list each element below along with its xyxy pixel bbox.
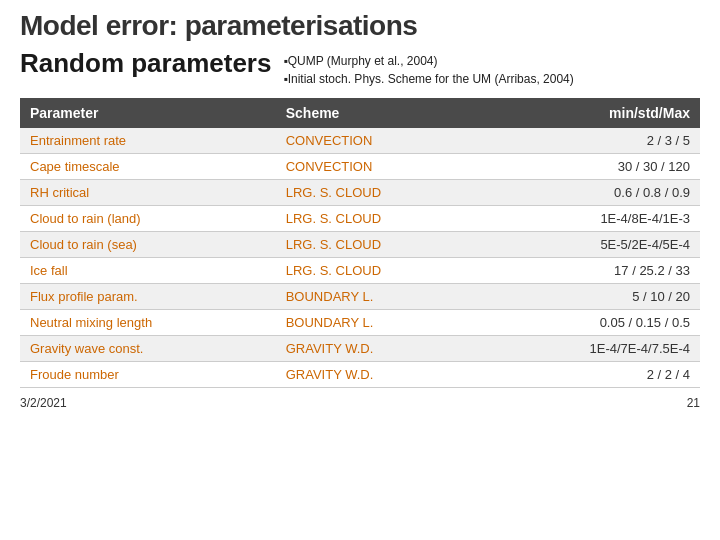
bullet-1: ▪QUMP (Murphy et al., 2004) [283,52,573,70]
cell-min-std-max: 17 / 25.2 / 33 [483,258,700,284]
cell-min-std-max: 0.6 / 0.8 / 0.9 [483,180,700,206]
cell-scheme: BOUNDARY L. [276,284,484,310]
col-header-scheme: Scheme [276,98,484,128]
col-header-parameter: Parameter [20,98,276,128]
cell-parameter: Entrainment rate [20,128,276,154]
table-row: Neutral mixing lengthBOUNDARY L.0.05 / 0… [20,310,700,336]
cell-parameter: Cape timescale [20,154,276,180]
parameters-table: Parameter Scheme min/std/Max Entrainment… [20,98,700,388]
cell-min-std-max: 5 / 10 / 20 [483,284,700,310]
cell-min-std-max: 30 / 30 / 120 [483,154,700,180]
page-container: Model error: parameterisations Random pa… [0,0,720,540]
cell-min-std-max: 1E-4/7E-4/7.5E-4 [483,336,700,362]
cell-scheme: CONVECTION [276,128,484,154]
footer-page: 21 [687,396,700,410]
col-header-min-std-max: min/std/Max [483,98,700,128]
cell-parameter: RH critical [20,180,276,206]
bullet-notes: ▪QUMP (Murphy et al., 2004) ▪Initial sto… [283,48,573,88]
table-row: Entrainment rateCONVECTION2 / 3 / 5 [20,128,700,154]
cell-min-std-max: 1E-4/8E-4/1E-3 [483,206,700,232]
cell-min-std-max: 0.05 / 0.15 / 0.5 [483,310,700,336]
table-row: Cape timescaleCONVECTION30 / 30 / 120 [20,154,700,180]
cell-parameter: Flux profile param. [20,284,276,310]
cell-scheme: GRAVITY W.D. [276,336,484,362]
random-params-label: Random parameters [20,48,271,79]
footer: 3/2/2021 21 [20,396,700,410]
cell-scheme: LRG. S. CLOUD [276,180,484,206]
table-row: Flux profile param.BOUNDARY L.5 / 10 / 2… [20,284,700,310]
cell-min-std-max: 5E-5/2E-4/5E-4 [483,232,700,258]
table-header-row: Parameter Scheme min/std/Max [20,98,700,128]
cell-scheme: LRG. S. CLOUD [276,206,484,232]
cell-parameter: Cloud to rain (sea) [20,232,276,258]
table-row: Froude numberGRAVITY W.D.2 / 2 / 4 [20,362,700,388]
cell-scheme: GRAVITY W.D. [276,362,484,388]
random-params-row: Random parameters ▪QUMP (Murphy et al., … [20,48,700,88]
table-row: Ice fallLRG. S. CLOUD17 / 25.2 / 33 [20,258,700,284]
bullet-2: ▪Initial stoch. Phys. Scheme for the UM … [283,70,573,88]
main-title: Model error: parameterisations [20,10,700,42]
cell-parameter: Froude number [20,362,276,388]
footer-date: 3/2/2021 [20,396,67,410]
cell-scheme: BOUNDARY L. [276,310,484,336]
cell-scheme: LRG. S. CLOUD [276,258,484,284]
cell-parameter: Cloud to rain (land) [20,206,276,232]
table-row: Cloud to rain (sea)LRG. S. CLOUD5E-5/2E-… [20,232,700,258]
table-row: Cloud to rain (land)LRG. S. CLOUD1E-4/8E… [20,206,700,232]
cell-scheme: LRG. S. CLOUD [276,232,484,258]
cell-scheme: CONVECTION [276,154,484,180]
cell-parameter: Ice fall [20,258,276,284]
cell-parameter: Gravity wave const. [20,336,276,362]
cell-parameter: Neutral mixing length [20,310,276,336]
cell-min-std-max: 2 / 3 / 5 [483,128,700,154]
cell-min-std-max: 2 / 2 / 4 [483,362,700,388]
table-row: Gravity wave const.GRAVITY W.D.1E-4/7E-4… [20,336,700,362]
table-row: RH criticalLRG. S. CLOUD0.6 / 0.8 / 0.9 [20,180,700,206]
